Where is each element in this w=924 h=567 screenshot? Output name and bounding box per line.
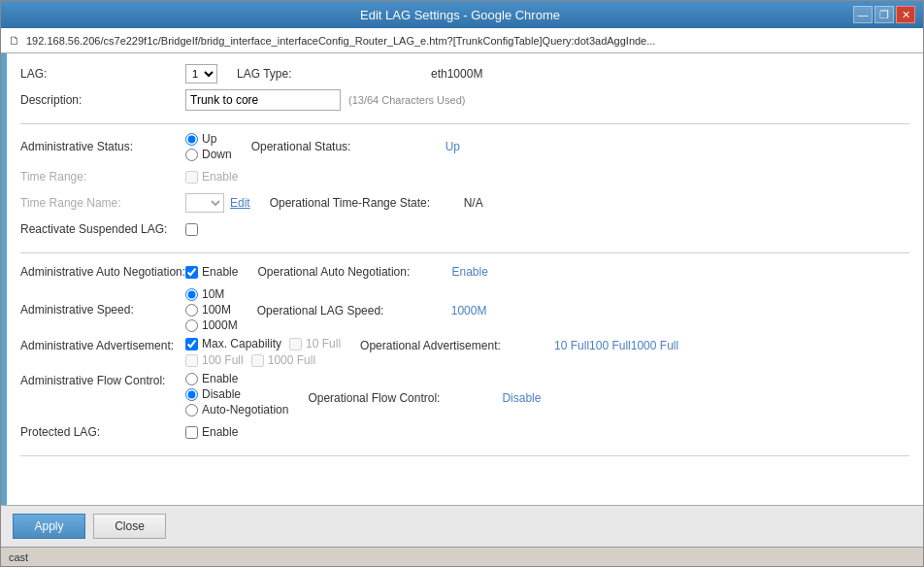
speed-100m-item[interactable]: 100M <box>185 303 238 317</box>
speed-10m-radio[interactable] <box>185 288 198 301</box>
flow-enable-label: Enable <box>202 372 238 385</box>
op-lag-speed-group: Operational LAG Speed: 1000M <box>257 302 909 317</box>
admin-flow-row: Administrative Flow Control: Enable Disa… <box>20 372 909 417</box>
section-basic: LAG: 1 LAG Type: eth1000M Description: (… <box>20 63 909 124</box>
admin-status-row: Administrative Status: Up Down Operation… <box>20 132 909 161</box>
radio-down[interactable] <box>185 149 198 161</box>
dialog-body: LAG: 1 LAG Type: eth1000M Description: (… <box>7 53 923 505</box>
description-input[interactable] <box>185 89 341 111</box>
admin-speed-row: Administrative Speed: 10M 100M 1000M <box>20 287 909 332</box>
char-count: (13/64 Characters Used) <box>348 94 465 106</box>
protected-lag-row: Protected LAG: Enable <box>20 421 909 443</box>
reactivate-row: Reactivate Suspended LAG: <box>20 218 909 240</box>
adv-max-cap-checkbox[interactable] <box>185 338 198 350</box>
admin-adv-row: Administrative Advertisement: Max. Capab… <box>20 337 909 367</box>
op-time-range-value: N/A <box>464 196 483 210</box>
speed-100m-radio[interactable] <box>185 304 198 317</box>
adv-100-full-checkbox[interactable] <box>185 354 198 367</box>
adv-10-full-item[interactable]: 10 Full <box>289 337 341 350</box>
lag-type-label: LAG Type: <box>237 67 431 81</box>
flow-enable-item[interactable]: Enable <box>185 372 288 385</box>
adv-1000-full-checkbox[interactable] <box>251 354 264 367</box>
op-flow-value: Disable <box>502 391 541 405</box>
adv-10-full-checkbox[interactable] <box>289 338 302 350</box>
radio-up[interactable] <box>185 133 198 146</box>
flow-enable-radio[interactable] <box>185 373 198 385</box>
adv-100-full-item[interactable]: 100 Full <box>185 353 244 367</box>
op-lag-speed-value: 1000M <box>451 304 487 317</box>
op-status-group: Operational Status: Up <box>251 140 909 153</box>
time-range-edit-link[interactable]: Edit <box>230 196 250 210</box>
flow-disable-radio[interactable] <box>185 388 198 401</box>
admin-speed-label: Administrative Speed: <box>20 303 185 317</box>
apply-button[interactable]: Apply <box>13 514 85 539</box>
adv-checkboxes: Max. Capability 10 Full 100 Full <box>185 337 341 367</box>
protected-checkbox[interactable] <box>185 426 198 439</box>
adv-row1: Max. Capability 10 Full <box>185 337 341 350</box>
radio-up-label: Up <box>202 132 216 146</box>
speed-1000m-radio[interactable] <box>185 319 198 332</box>
admin-status-radio-group: Up Down <box>185 132 232 161</box>
lag-label: LAG: <box>20 67 185 81</box>
lag-type-group: LAG Type: eth1000M <box>237 67 909 81</box>
op-auto-neg-group: Operational Auto Negotiation: Enable <box>257 265 909 279</box>
window-title: Edit LAG Settings - Google Chrome <box>67 8 853 22</box>
close-window-button[interactable]: ✕ <box>896 6 915 23</box>
adv-100-full-label: 100 Full <box>202 353 244 367</box>
lag-row: LAG: 1 LAG Type: eth1000M <box>20 63 909 84</box>
admin-auto-neg-checkbox[interactable] <box>185 266 198 279</box>
time-range-name-group: Edit <box>185 193 250 213</box>
time-range-name-row: Time Range Name: Edit Operational Time-R… <box>20 192 909 214</box>
flow-auto-neg-radio[interactable] <box>185 404 198 417</box>
time-range-checkbox[interactable] <box>185 171 198 183</box>
address-bar: 🗋 192.168.56.206/cs7e229f1c/BridgeIf/bri… <box>1 28 923 53</box>
section-advanced: Administrative Auto Negotiation: Enable … <box>20 261 909 456</box>
time-range-enable-item[interactable]: Enable <box>185 170 238 183</box>
time-range-name-label: Time Range Name: <box>20 196 185 210</box>
restore-button[interactable]: ❐ <box>874 6 894 23</box>
status-bar: cast <box>1 547 923 566</box>
reactivate-enable-item[interactable] <box>185 223 198 236</box>
minimize-button[interactable]: — <box>853 6 873 23</box>
adv-row2: 100 Full 1000 Full <box>185 353 341 367</box>
adv-max-cap-label: Max. Capability <box>202 337 281 350</box>
op-flow-group: Operational Flow Control: Disable <box>308 372 909 405</box>
time-range-enable-label: Enable <box>202 170 238 183</box>
main-window: Edit LAG Settings - Google Chrome — ❐ ✕ … <box>0 0 924 567</box>
radio-up-item[interactable]: Up <box>185 132 232 146</box>
protected-enable-item[interactable]: Enable <box>185 425 238 439</box>
adv-1000-full-label: 1000 Full <box>268 353 315 367</box>
protected-enable-label: Enable <box>202 425 238 439</box>
time-range-row: Time Range: Enable <box>20 166 909 187</box>
flow-auto-neg-item[interactable]: Auto-Negotiation <box>185 403 288 417</box>
close-button[interactable]: Close <box>93 514 166 539</box>
op-adv-group: Operational Advertisement: 10 Full100 Fu… <box>360 337 909 352</box>
window-controls: — ❐ ✕ <box>853 6 915 23</box>
adv-max-cap-item[interactable]: Max. Capability <box>185 337 281 350</box>
lag-type-value: eth1000M <box>431 67 482 81</box>
op-status-label: Operational Status: <box>251 140 446 153</box>
admin-auto-neg-row: Administrative Auto Negotiation: Enable … <box>20 261 909 283</box>
reactivate-checkbox[interactable] <box>185 223 198 236</box>
admin-auto-neg-label: Administrative Auto Negotiation: <box>20 265 185 279</box>
admin-status-label: Administrative Status: <box>20 140 185 153</box>
adv-1000-full-item[interactable]: 1000 Full <box>251 353 315 367</box>
lag-select[interactable]: 1 <box>185 64 217 83</box>
op-auto-neg-label: Operational Auto Negotiation: <box>257 265 451 279</box>
speed-1000m-item[interactable]: 1000M <box>185 318 238 332</box>
time-range-name-select[interactable] <box>185 193 224 213</box>
op-time-range-group: Operational Time-Range State: N/A <box>270 196 909 210</box>
protected-lag-label: Protected LAG: <box>20 425 185 439</box>
admin-auto-neg-item[interactable]: Enable <box>185 265 238 279</box>
reactivate-label: Reactivate Suspended LAG: <box>20 222 185 236</box>
admin-adv-label: Administrative Advertisement: <box>20 337 185 352</box>
flow-disable-item[interactable]: Disable <box>185 387 288 401</box>
speed-10m-item[interactable]: 10M <box>185 287 238 301</box>
radio-down-label: Down <box>202 148 232 161</box>
page-icon: 🗋 <box>9 34 20 48</box>
op-auto-neg-value: Enable <box>451 265 487 279</box>
lag-input-group: 1 <box>185 64 217 83</box>
radio-down-item[interactable]: Down <box>185 148 232 161</box>
speed-1000m-label: 1000M <box>202 318 238 332</box>
speed-10m-label: 10M <box>202 287 224 301</box>
